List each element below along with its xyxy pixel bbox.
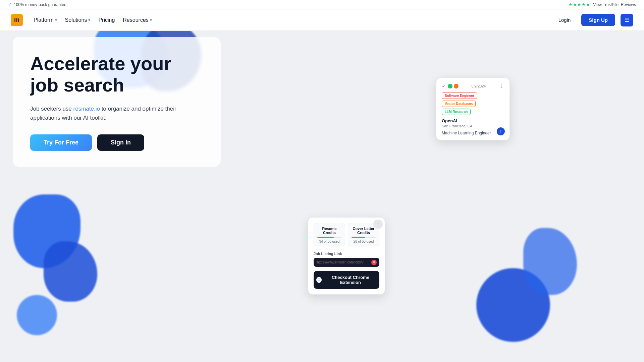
resume-credits-label: Resume Credits [317,227,341,235]
google-icon: G [316,277,322,283]
login-button[interactable]: Login [553,14,576,25]
guarantee-section: ✓ 100% money-back guarantee [8,2,66,7]
decorative-blob-5 [17,295,57,335]
hero-buttons: Try For Free Sign In [30,134,203,151]
chevron-down-icon: ▾ [150,18,152,22]
topbar: ✓ 100% money-back guarantee ★★★★★ View T… [0,0,644,9]
signup-button[interactable]: Sign Up [581,14,615,26]
job-location: San Francisco, CA [442,124,504,128]
nav-platform-label: Platform [34,17,54,23]
resume-credits-used: 34 of 50 used [317,240,341,243]
cover-letter-credits-bar [352,237,376,238]
hero-description-text: Job seekers use [30,106,72,112]
decorative-blob-7 [523,228,577,295]
hero-title-line1: Accelerate your [30,53,171,74]
sign-in-button[interactable]: Sign In [97,134,144,151]
hero-title-line2: job search [30,74,124,96]
input-clear-button[interactable]: ✕ [371,260,377,265]
navbar-right: Login Sign Up ☰ [553,14,633,26]
logo-icon: m [11,14,23,26]
nav-platform[interactable]: Platform ▾ [34,17,57,23]
nav-resources[interactable]: Resources ▾ [123,17,152,23]
nav-items: Platform ▾ Solutions ▾ Pricing Resources… [34,17,152,23]
chevron-down-icon: ▾ [55,18,57,22]
shield-icon: ✓ [8,2,12,7]
brand-link[interactable]: resmate.io [73,106,100,112]
hero-card: Accelerate your job search Job seekers u… [13,37,221,167]
hero-description: Job seekers use resmate.io to organize a… [30,104,203,122]
menu-button[interactable]: ☰ [621,14,633,26]
cover-letter-credits-label: Cover Letter Credits [352,227,376,235]
check-icon: ✓ [442,83,446,89]
job-title: Machine Learning Engineer [442,131,504,135]
status-dot-orange [454,84,459,88]
decorative-blob-4 [44,241,97,302]
resume-credits-bar-fill [317,237,334,238]
chevron-down-icon: ▾ [88,18,90,22]
chrome-extension-label: Checkout Chrome Extension [324,275,377,285]
more-options-icon[interactable]: ⋮ [499,83,504,89]
nav-pricing-label: Pricing [98,17,115,23]
job-listing-input[interactable] [314,258,379,267]
resume-credits-box: Resume Credits 34 of 50 used [314,223,345,246]
navbar: m Platform ▾ Solutions ▾ Pricing Resourc… [0,9,644,31]
nav-solutions-label: Solutions [65,17,87,23]
navbar-left: m Platform ▾ Solutions ▾ Pricing Resourc… [11,14,152,26]
status-dot-green [448,84,452,88]
job-card: ✓ 8/2/2024 ⋮ Software Engineer Vector Da… [436,78,510,140]
nav-resources-label: Resources [123,17,148,23]
star-icons: ★★★★★ [569,2,590,7]
nav-solutions[interactable]: Solutions ▾ [65,17,91,23]
job-card-header: ✓ 8/2/2024 ⋮ [442,83,504,89]
status-dots [448,84,459,88]
trustpilot-section: ★★★★★ View TrustPilot Reviews [569,2,636,7]
job-tags: Software Engineer Vector Databases LLM R… [442,93,504,115]
edit-button[interactable]: ! [497,127,505,135]
job-card-date: 8/2/2024 [472,84,486,88]
job-company: OpenAI [442,118,504,123]
job-card-status: ✓ [442,83,459,89]
nav-pricing[interactable]: Pricing [98,17,115,23]
guarantee-text: 100% money-back guarantee [14,2,66,7]
job-listing-label: Job Listing Link [314,252,379,256]
cover-letter-credits-bar-fill [352,237,365,238]
trustpilot-link[interactable]: View TrustPilot Reviews [593,2,636,7]
credits-row: Resume Credits 34 of 50 used Cover Lette… [314,223,379,246]
try-for-free-button[interactable]: Try For Free [30,134,92,151]
logo[interactable]: m [11,14,23,26]
tag-vector-databases: Vector Databases [442,101,476,107]
extension-card: ↑ Resume Credits 34 of 50 used Cover Let… [308,217,385,295]
hamburger-icon: ☰ [625,17,629,23]
job-listing-input-wrapper: ✕ [314,258,379,267]
hero-title: Accelerate your job search [30,53,203,96]
tag-software-engineer: Software Engineer [442,93,477,99]
main-area: Accelerate your job search Job seekers u… [0,31,644,362]
resume-credits-bar [317,237,341,238]
cover-letter-credits-used: 28 of 50 used [352,240,376,243]
tag-llm-research: LLM Research [442,109,471,115]
chrome-extension-button[interactable]: G Checkout Chrome Extension [314,271,379,289]
upload-icon[interactable]: ↑ [373,220,383,229]
